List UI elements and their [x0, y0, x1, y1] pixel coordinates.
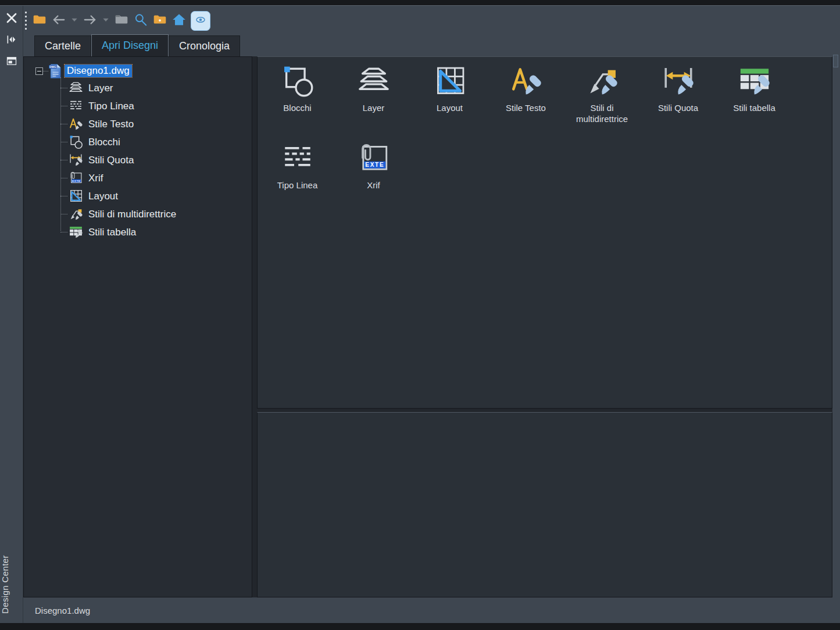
content-item-textstyle[interactable]: Stile Testo [488, 60, 564, 138]
tablestyle-icon [738, 63, 771, 100]
tab-cartelle[interactable]: Cartelle [34, 35, 91, 56]
right-column: BlocchiLayerLayoutStile TestoStili di mu… [257, 56, 832, 597]
status-text: Disegno1.dwg [35, 606, 90, 615]
tree-item-dimstyle[interactable]: Stili Quota [60, 151, 252, 169]
forward-history-button[interactable] [102, 13, 110, 28]
close-button[interactable] [3, 12, 20, 27]
blocks-icon [281, 63, 314, 100]
caret-down-icon [70, 16, 78, 26]
content-item-blocks[interactable]: Blocchi [259, 60, 335, 138]
toolbar-drag-handle[interactable] [24, 12, 28, 30]
favorites-button[interactable] [152, 13, 167, 28]
properties-button[interactable] [3, 55, 20, 70]
tab-bar: CartelleApri DisegniCronologia [23, 34, 840, 56]
xref-icon: EXTE [69, 171, 83, 185]
eye-icon [194, 13, 208, 29]
toolbar [23, 6, 840, 34]
status-bar: Disegno1.dwg [23, 597, 840, 623]
home-button[interactable] [171, 13, 187, 28]
tree-panel: DWGDisegno1.dwgLayerTipo LineaStile Test… [23, 56, 252, 597]
blocks-icon [69, 135, 83, 149]
design-center-palette: Design Center CartelleApri DisegniCronol… [0, 5, 840, 623]
palette-title: Design Center [0, 555, 23, 614]
properties-icon [6, 55, 17, 69]
arrow-left-icon [51, 12, 66, 30]
layout-icon [433, 63, 467, 100]
load-button[interactable] [32, 13, 47, 28]
content-item-tablestyle[interactable]: Stili tabella [716, 60, 792, 138]
tree-item-blocks[interactable]: Blocchi [60, 133, 252, 151]
close-icon [4, 10, 19, 28]
content-item-layer[interactable]: Layer [335, 60, 412, 138]
up-button[interactable] [114, 13, 129, 28]
palette-titlebar[interactable]: Design Center [0, 6, 23, 623]
tree-item-layer[interactable]: Layer [60, 79, 252, 97]
tree-item-layout[interactable]: Layout [60, 187, 252, 205]
tree-children: LayerTipo LineaStile TestoBlocchiStili Q… [60, 79, 252, 241]
mleader-icon [585, 63, 619, 100]
auto-hide-button[interactable] [3, 33, 20, 48]
dwg-file-icon: DWG [48, 63, 62, 79]
tree-item-mleader[interactable]: Stili di multidirettrice [60, 205, 252, 223]
svg-text:EXTE: EXTE [72, 180, 80, 182]
linetype-icon [69, 99, 83, 113]
mleader-icon [69, 207, 83, 221]
tree-root-label[interactable]: Disegno1.dwg [65, 65, 132, 77]
main-area: DWGDisegno1.dwgLayerTipo LineaStile Test… [23, 56, 840, 597]
content-item-layout[interactable]: Layout [412, 60, 488, 138]
tree-connector [43, 71, 48, 71]
tree-item-textstyle[interactable]: Stile Testo [60, 115, 252, 133]
search-button[interactable] [133, 13, 148, 28]
layer-icon [357, 63, 391, 100]
svg-text:DWG: DWG [49, 65, 56, 68]
tree-collapse-toggle[interactable] [35, 67, 43, 75]
content-item-xref[interactable]: EXTEXrif [335, 138, 412, 215]
arrow-right-icon [83, 12, 98, 30]
views-button[interactable] [191, 11, 210, 31]
content-item-mleader[interactable]: Stili di multidirettrice [564, 60, 640, 138]
tab-cronologia[interactable]: Cronologia [169, 35, 240, 56]
content-item-linetype[interactable]: Tipo Linea [259, 138, 335, 215]
back-history-button[interactable] [70, 13, 78, 28]
dimstyle-icon [69, 153, 83, 167]
forward-button[interactable] [83, 13, 98, 28]
svg-text:EXTE: EXTE [365, 162, 384, 168]
tab-apri-disegni[interactable]: Apri Disegni [91, 34, 169, 56]
linetype-icon [281, 140, 314, 177]
search-icon [133, 12, 148, 30]
textstyle-icon [509, 63, 543, 100]
tree-item-xref[interactable]: EXTEXrif [60, 169, 252, 187]
folder-favorites-icon [152, 12, 167, 30]
xref-icon: EXTE [357, 140, 391, 177]
tree-root-row[interactable]: DWGDisegno1.dwg [35, 63, 252, 79]
panel-splitter[interactable] [252, 56, 257, 597]
tree-item-linetype[interactable]: Tipo Linea [60, 97, 252, 115]
content-icon-panel: BlocchiLayerLayoutStile TestoStili di mu… [257, 56, 832, 409]
scrollbar-top-button[interactable] [833, 55, 838, 67]
preview-panel [257, 412, 832, 597]
caret-down-icon [102, 16, 110, 26]
dimstyle-icon [662, 63, 695, 100]
home-icon [171, 12, 187, 30]
content-item-dimstyle[interactable]: Stili Quota [640, 60, 716, 138]
tree-item-tablestyle[interactable]: Stili tabella [60, 223, 252, 241]
palette-content: CartelleApri DisegniCronologia DWGDisegn… [23, 6, 840, 623]
textstyle-icon [69, 117, 83, 131]
tablestyle-icon [69, 225, 83, 239]
layout-icon [69, 189, 83, 203]
autohide-icon [6, 34, 17, 48]
folder-up-icon [114, 12, 129, 30]
folder-open-icon [32, 12, 47, 30]
back-button[interactable] [51, 13, 66, 28]
layer-icon [69, 81, 83, 95]
